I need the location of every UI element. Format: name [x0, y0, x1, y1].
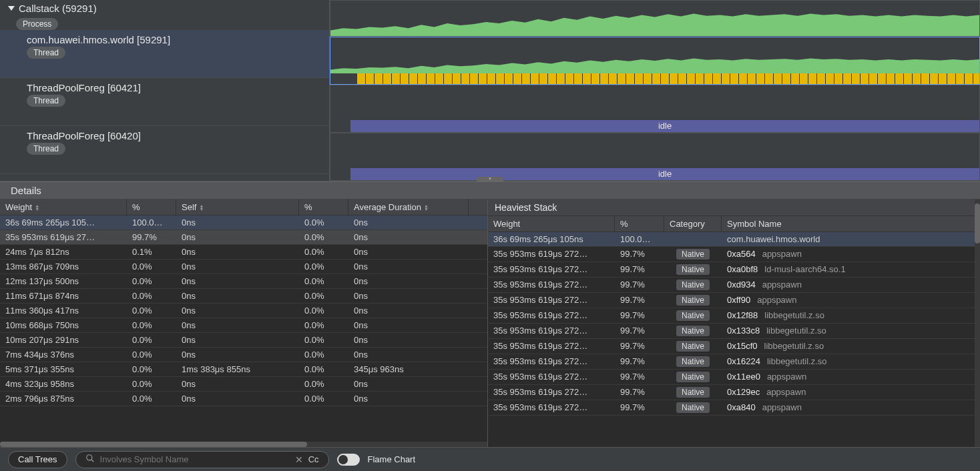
weight-table-body[interactable]: 36s 69ms 265μs 105…100.0…0ns0.0%0ns35s 9… [0, 215, 487, 442]
table-row[interactable]: 35s 953ms 619μs 272…99.7%Native0xa0bf8ld… [488, 262, 980, 278]
cell-self: 0ns [176, 335, 299, 345]
table-row[interactable]: 35s 953ms 619μs 272…99.7%Native0x133c8li… [488, 324, 980, 339]
table-row[interactable]: 35s 953ms 619μs 27…99.7%0ns0.0%0ns [0, 230, 487, 245]
search-field[interactable]: ✕ Cc [75, 451, 329, 468]
flame-activity-icon [330, 8, 979, 36]
table-row[interactable]: 35s 953ms 619μs 272…99.7%Native0xa564app… [488, 247, 980, 262]
cell-weight-pct: 0.0% [127, 306, 176, 316]
table-row[interactable]: 35s 953ms 619μs 272…99.7%Native0x11ee0ap… [488, 370, 980, 385]
col-avg-duration[interactable]: Average Duration▲▼ [348, 199, 469, 215]
cell-avg-duration: 0ns [348, 232, 469, 242]
svg-point-0 [86, 455, 91, 460]
timeline-area[interactable]: idleidle [330, 0, 980, 181]
flame-activity-icon [330, 55, 979, 73]
cell-hs-category: Native [664, 326, 722, 336]
table-row[interactable]: 35s 953ms 619μs 272…99.7%Native0xd934app… [488, 278, 980, 293]
table-row[interactable]: 2ms 796μs 875ns0.0%0ns0.0%0ns [0, 392, 487, 406]
timeline-thread-row[interactable]: idle [330, 85, 980, 133]
timeline-thread-row[interactable] [330, 37, 980, 85]
cell-hs-symbol: 0x133c8libbegetutil.z.so [722, 326, 980, 336]
symbol-name: ld-musl-aarch64.so.1 [764, 264, 845, 274]
table-row[interactable]: 35s 953ms 619μs 272…99.7%Native0xff90app… [488, 293, 980, 308]
table-row[interactable]: 35s 953ms 619μs 272…99.7%Native0x12f88li… [488, 308, 980, 324]
table-row[interactable]: 11ms 360μs 417ns0.0%0ns0.0%0ns [0, 304, 487, 318]
table-row[interactable]: 35s 953ms 619μs 272…99.7%Native0xa840app… [488, 400, 980, 416]
case-toggle[interactable]: Cc [308, 454, 319, 464]
symbol-name: appspawn [762, 402, 802, 412]
cell-hs-pct: 99.7% [615, 341, 664, 352]
callstack-header[interactable]: Callstack (59291) [0, 0, 329, 17]
collapse-handle-icon[interactable] [477, 177, 503, 182]
cell-hs-weight: 35s 953ms 619μs 272… [488, 372, 615, 382]
vertical-scrollbar[interactable] [975, 199, 980, 447]
table-row[interactable]: 4ms 323μs 958ns0.0%0ns0.0%0ns [0, 377, 487, 392]
col-hs-symbol[interactable]: Symbol Name [722, 216, 980, 231]
footer-toolbar: Call Trees ✕ Cc Flame Chart [0, 447, 980, 471]
col-hs-category[interactable]: Category [664, 216, 722, 231]
cell-avg-duration: 0ns [348, 217, 469, 227]
category-badge: Native [676, 326, 710, 336]
table-row[interactable]: 24ms 7μs 812ns0.1%0ns0.0%0ns [0, 245, 487, 260]
symbol-name: libbegetutil.z.so [766, 326, 826, 336]
col-weight[interactable]: Weight▲▼ [0, 199, 127, 215]
cell-hs-pct: 99.7% [615, 372, 664, 382]
horizontal-scrollbar[interactable] [0, 442, 487, 447]
cell-self-pct: 0.0% [299, 350, 348, 360]
cell-weight-pct: 0.0% [127, 364, 176, 374]
category-badge: Native [676, 372, 710, 382]
table-row[interactable]: 12ms 137μs 500ns0.0%0ns0.0%0ns [0, 274, 487, 289]
category-badge: Native [676, 310, 710, 321]
table-row[interactable]: 10ms 668μs 750ns0.0%0ns0.0%0ns [0, 318, 487, 333]
cell-hs-category: Native [664, 387, 722, 398]
cell-weight-pct: 0.0% [127, 394, 176, 404]
cell-hs-symbol: 0x15cf0libbegetutil.z.so [722, 341, 980, 352]
cell-self-pct: 0.0% [299, 217, 348, 227]
thread-title: com.huawei.hmos.world [59291] [27, 34, 321, 45]
table-row[interactable]: 10ms 207μs 291ns0.0%0ns0.0%0ns [0, 333, 487, 348]
cell-self-pct: 0.0% [299, 276, 348, 286]
col-self[interactable]: Self▲▼ [176, 199, 299, 215]
cell-weight: 10ms 207μs 291ns [0, 335, 127, 345]
mode-selector[interactable]: Call Trees [8, 451, 67, 468]
scrollbar-thumb[interactable] [975, 203, 980, 244]
symbol-name: appspawn [766, 387, 806, 397]
clear-icon[interactable]: ✕ [295, 454, 303, 465]
heaviest-table-header: Weight % Category Symbol Name [488, 216, 980, 232]
cell-hs-weight: 35s 953ms 619μs 272… [488, 341, 615, 352]
category-badge: Native [676, 402, 710, 413]
scrollbar-thumb[interactable] [0, 442, 307, 447]
col-hs-pct[interactable]: % [615, 216, 664, 231]
heaviest-table-body[interactable]: 36s 69ms 265μs 105ns100.0…com.huawei.hmo… [488, 232, 980, 447]
table-row[interactable]: 35s 953ms 619μs 272…99.7%Native0x16224li… [488, 354, 980, 370]
table-row[interactable]: 5ms 371μs 355ns0.0%1ms 383μs 855ns0.0%34… [0, 362, 487, 377]
table-row[interactable]: 11ms 671μs 874ns0.0%0ns0.0%0ns [0, 289, 487, 304]
disclosure-triangle-icon[interactable] [8, 6, 15, 11]
timeline-row-overview[interactable] [330, 0, 980, 37]
table-row[interactable]: 35s 953ms 619μs 272…99.7%Native0x15cf0li… [488, 339, 980, 354]
flame-chart-toggle[interactable] [337, 454, 360, 466]
table-row[interactable]: 36s 69ms 265μs 105…100.0…0ns0.0%0ns [0, 215, 487, 230]
timeline-thread-row[interactable]: idle [330, 133, 980, 181]
table-row[interactable]: 13ms 867μs 709ns0.0%0ns0.0%0ns [0, 260, 487, 274]
cell-self-pct: 0.0% [299, 320, 348, 330]
cell-weight-pct: 0.0% [127, 320, 176, 330]
table-row[interactable]: 36s 69ms 265μs 105ns100.0…com.huawei.hmo… [488, 232, 980, 247]
cell-hs-pct: 99.7% [615, 326, 664, 336]
search-input[interactable] [100, 454, 290, 464]
thread-row[interactable]: com.huawei.hmos.world [59291]Thread [0, 30, 329, 78]
cell-weight: 35s 953ms 619μs 27… [0, 232, 127, 242]
table-row[interactable]: 35s 953ms 619μs 272…99.7%Native0x129ecap… [488, 385, 980, 400]
symbol-hex: 0x11ee0 [727, 372, 760, 382]
col-weight-pct[interactable]: % [127, 199, 176, 215]
thread-row[interactable]: ThreadPoolForeg [60420]Thread [0, 126, 329, 174]
col-self-pct[interactable]: % [299, 199, 348, 215]
cell-avg-duration: 0ns [348, 262, 469, 272]
symbol-hex: 0x12f88 [727, 310, 758, 320]
category-badge: Native [676, 356, 710, 367]
cell-hs-category: Native [664, 264, 722, 275]
thread-row[interactable]: ThreadPoolForeg [60421]Thread [0, 78, 329, 126]
cell-hs-symbol: 0x11ee0appspawn [722, 372, 980, 382]
col-hs-weight[interactable]: Weight [488, 216, 615, 231]
table-row[interactable]: 7ms 434μs 376ns0.0%0ns0.0%0ns [0, 348, 487, 362]
cell-hs-symbol: 0x16224libbegetutil.z.so [722, 356, 980, 367]
